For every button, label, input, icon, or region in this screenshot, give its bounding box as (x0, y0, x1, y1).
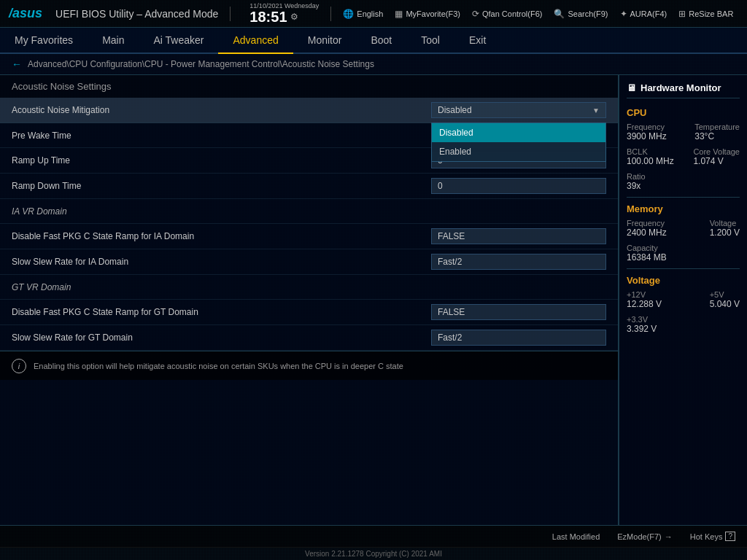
dropdown-option-disabled[interactable]: Disabled (432, 123, 605, 142)
v12-label: +12V (627, 290, 662, 299)
globe-icon: 🌐 (343, 9, 354, 19)
nav-item-boot[interactable]: Boot (356, 28, 406, 54)
disable-fast-pkg-ia-label: Disable Fast PKG C State Ramp for IA Dom… (12, 231, 431, 241)
ratio-label: Ratio (627, 172, 740, 181)
divider2 (330, 7, 331, 21)
cpu-section-title: CPU (627, 107, 740, 118)
left-panel: Acoustic Noise Settings Acoustic Noise M… (0, 75, 619, 525)
myfavorite-label: MyFavorite(F3) (406, 9, 460, 18)
search-button[interactable]: 🔍 Search(F9) (554, 9, 608, 19)
ia-vr-domain-label: IA VR Domain (12, 206, 606, 217)
nav-item-main[interactable]: Main (88, 28, 139, 54)
hw-divider-1 (627, 197, 740, 198)
disable-fast-pkg-gt-value[interactable]: FALSE (431, 304, 606, 320)
mem-freq-value: 2400 MHz (627, 228, 667, 238)
aura-label: AURA(F4) (630, 9, 667, 18)
acoustic-noise-mitigation-label: Acoustic Noise Mitigation (12, 105, 431, 115)
ia-vr-domain-row: IA VR Domain (0, 199, 618, 224)
ramp-up-time-label: Ramp Up Time (12, 155, 431, 166)
nav-item-ai-tweaker[interactable]: Ai Tweaker (139, 28, 218, 54)
aura-button[interactable]: ✦ AURA(F4) (620, 9, 667, 19)
acoustic-noise-mitigation-row[interactable]: Acoustic Noise Mitigation Disabled ▼ Dis… (0, 98, 618, 123)
slow-slew-gt-value[interactable]: Fast/2 (431, 330, 606, 346)
cpu-temp-label: Temperature (694, 122, 740, 131)
mem-capacity-value: 16384 MB (627, 252, 740, 262)
acoustic-noise-mitigation-dropdown[interactable]: Disabled ▼ (431, 102, 606, 118)
slow-slew-ia-label: Slow Slew Rate for IA Domain (12, 257, 431, 267)
mem-capacity-label: Capacity (627, 244, 740, 252)
time-row: 18:51 ⚙ (249, 9, 298, 24)
slow-slew-ia-value[interactable]: Fast/2 (431, 254, 606, 270)
v5-value: 5.040 V (710, 299, 740, 309)
breadcrumb: Advanced\CPU Configuration\CPU - Power M… (28, 59, 374, 69)
bclk-value: 100.00 MHz (627, 156, 674, 166)
cpu-freq-label: Frequency (627, 122, 667, 131)
arrow-right-icon: → (665, 532, 673, 541)
nav-item-advanced[interactable]: Advanced (218, 28, 293, 54)
v5-label: +5V (710, 290, 740, 299)
question-icon: ? (725, 532, 735, 541)
disable-fast-pkg-gt-label: Disable Fast PKG C State Ramp for GT Dom… (12, 307, 431, 317)
core-voltage-value: 1.074 V (693, 156, 740, 166)
slow-slew-gt-label: Slow Slew Rate for GT Domain (12, 332, 431, 343)
nav-item-monitor[interactable]: Monitor (293, 28, 357, 54)
bclk-label: BCLK (627, 147, 674, 156)
last-modified-button[interactable]: Last Modified (552, 532, 600, 541)
mem-capacity-row: Capacity 16384 MB (627, 244, 740, 262)
nav-item-tool[interactable]: Tool (406, 28, 454, 54)
hot-keys-label: Hot Keys (690, 532, 723, 541)
voltage-12v-row: +12V 12.288 V +5V 5.040 V (627, 290, 740, 311)
divider (230, 7, 231, 21)
mem-voltage-label: Voltage (710, 219, 740, 228)
search-icon: 🔍 (554, 9, 565, 19)
nav-item-exit[interactable]: Exit (454, 28, 500, 54)
info-bar: i Enabling this option will help mitigat… (0, 351, 618, 380)
slow-slew-gt-row[interactable]: Slow Slew Rate for GT Domain Fast/2 (0, 325, 618, 351)
back-button[interactable]: ← (12, 58, 22, 70)
ratio-value: 39x (627, 181, 740, 191)
gt-vr-domain-label: GT VR Domain (12, 282, 606, 292)
v12-value: 12.288 V (627, 299, 662, 309)
fan-icon: ⟳ (472, 9, 479, 19)
language-selector[interactable]: 🌐 English (343, 9, 383, 19)
resize-label: ReSize BAR (689, 9, 733, 18)
nav-bar: My Favorites Main Ai Tweaker Advanced Mo… (0, 28, 747, 54)
hot-keys-button[interactable]: Hot Keys ? (690, 532, 735, 541)
disable-fast-pkg-ia-row[interactable]: Disable Fast PKG C State Ramp for IA Dom… (0, 224, 618, 249)
mem-voltage-value: 1.200 V (710, 228, 740, 238)
asus-brand: /asus (9, 6, 42, 21)
dropdown-popup: Disabled Enabled (431, 122, 606, 162)
ratio-row: Ratio 39x (627, 172, 740, 191)
language-label: English (357, 9, 383, 18)
bios-title: UEFI BIOS Utility – Advanced Mode (55, 8, 218, 20)
resize-bar-button[interactable]: ⊞ ReSize BAR (678, 9, 733, 19)
time-display: 18:51 (249, 9, 287, 24)
cpu-temp-value: 33°C (694, 131, 740, 141)
cpu-freq-value: 3900 MHz (627, 131, 667, 141)
disable-fast-pkg-gt-row[interactable]: Disable Fast PKG C State Ramp for GT Dom… (0, 300, 618, 325)
chevron-down-icon: ▼ (592, 106, 600, 114)
myfavorite-button[interactable]: ▦ MyFavorite(F3) (395, 9, 460, 19)
version-text: Version 2.21.1278 Copyright (C) 2021 AMI (305, 550, 442, 558)
settings-icon[interactable]: ⚙ (290, 12, 298, 22)
cpu-bclk-row: BCLK 100.00 MHz Core Voltage 1.074 V (627, 147, 740, 168)
mem-freq-label: Frequency (627, 219, 667, 228)
aura-icon: ✦ (620, 9, 627, 19)
info-icon: i (12, 359, 26, 373)
search-label: Search(F9) (568, 9, 608, 18)
dropdown-option-enabled[interactable]: Enabled (432, 142, 605, 161)
qfan-button[interactable]: ⟳ Qfan Control(F6) (472, 9, 543, 19)
ramp-down-time-row[interactable]: Ramp Down Time 0 (0, 174, 618, 199)
slow-slew-ia-row[interactable]: Slow Slew Rate for IA Domain Fast/2 (0, 249, 618, 275)
ramp-down-time-value[interactable]: 0 (431, 178, 606, 194)
voltage-section-title: Voltage (627, 275, 740, 286)
disable-fast-pkg-ia-value[interactable]: FALSE (431, 228, 606, 244)
ez-mode-button[interactable]: EzMode(F7) → (617, 532, 673, 541)
nav-item-favorites[interactable]: My Favorites (0, 28, 88, 54)
ramp-down-time-label: Ramp Down Time (12, 181, 431, 191)
resize-icon: ⊞ (678, 9, 686, 19)
favorite-icon: ▦ (395, 9, 403, 19)
bottom-bar: Last Modified EzMode(F7) → Hot Keys ? (0, 525, 747, 547)
section-header: Acoustic Noise Settings (0, 75, 618, 98)
ez-mode-label: EzMode(F7) (617, 532, 662, 541)
